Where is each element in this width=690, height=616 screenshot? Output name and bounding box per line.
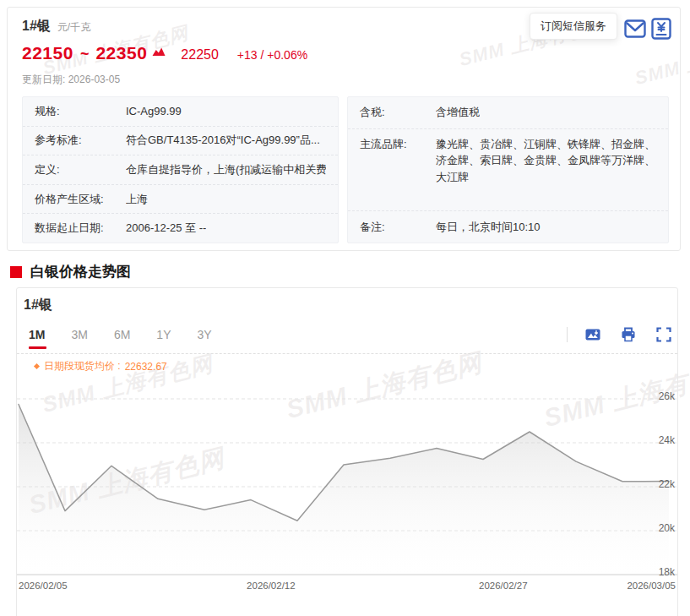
info-value: 豫光牌、贵冶牌、江铜牌、铁锋牌、招金牌、济金牌、索日牌、金贵牌、金凤牌等万洋牌、… xyxy=(436,136,656,186)
info-row: 备注:每日，北京时间10:10 xyxy=(348,211,668,243)
tab-1m[interactable]: 1M xyxy=(29,328,45,349)
info-value: 含增值税 xyxy=(436,105,480,120)
y-axis-label: 22k xyxy=(659,478,676,490)
y-axis-label: 26k xyxy=(659,390,676,402)
legend-value: 22632.67 xyxy=(125,361,167,373)
chart-product-title: 1#银 xyxy=(24,297,52,314)
tab-3m[interactable]: 3M xyxy=(71,328,87,349)
price-line-chart[interactable]: 26k24k22k20k18k xyxy=(17,375,677,578)
price-bill-icon[interactable] xyxy=(650,18,672,40)
price-separator: ~ xyxy=(80,46,90,63)
x-axis-label: 2026/03/05 xyxy=(627,581,676,591)
price-row: 22150 ~ 22350 22250 +13 / +0.06% xyxy=(22,43,680,65)
section-title-row: 白银价格走势图 xyxy=(10,262,131,281)
spec-info-table: 规格:IC-Ag99.99参考标准:符合GB/T4135-2016对“IC-Ag… xyxy=(22,96,339,243)
info-label: 价格产生区域: xyxy=(35,192,126,207)
x-axis-label: 2026/02/27 xyxy=(479,581,528,591)
mail-subscribe-icon[interactable] xyxy=(624,18,646,40)
info-label: 定义: xyxy=(35,162,126,177)
section-bullet-icon xyxy=(10,266,22,278)
price-average: 22250 xyxy=(181,47,219,63)
price-change: +13 / +0.06% xyxy=(237,48,307,62)
x-axis-label: 2026/02/05 xyxy=(19,581,68,591)
info-row: 主流品牌:豫光牌、贵冶牌、江铜牌、铁锋牌、招金牌、济金牌、索日牌、金贵牌、金凤牌… xyxy=(348,129,668,211)
chart-toolbar xyxy=(567,327,671,342)
info-row: 参考标准:符合GB/T4135-2016对“IC-Ag99.99”品... xyxy=(23,127,338,156)
info-value: 符合GB/T4135-2016对“IC-Ag99.99”品... xyxy=(126,133,320,148)
legend-label: 日期段现货均价 : xyxy=(44,359,121,373)
update-date-row: 更新日期: 2026-03-05 xyxy=(22,73,680,87)
price-trend-chart-card: 1#银 1M3M6M1Y3Y 日期段现货均价 : 22632.67 2 xyxy=(16,287,678,616)
subscribe-sms-button[interactable]: 订阅短信服务 xyxy=(530,13,617,40)
price-high: 22350 xyxy=(95,43,147,63)
tab-6m[interactable]: 6M xyxy=(114,328,130,349)
price-low: 22150 xyxy=(22,43,73,63)
range-tabs-row: 1M3M6M1Y3Y xyxy=(17,324,677,354)
toolbar-divider xyxy=(567,327,568,342)
update-label: 更新日期: xyxy=(22,74,65,85)
x-axis-labels: 2026/02/052026/02/122026/02/272026/03/05 xyxy=(17,581,677,594)
info-label: 数据起止日期: xyxy=(35,221,126,236)
info-value: 2006-12-25 至 -- xyxy=(126,221,206,236)
info-label: 参考标准: xyxy=(35,133,126,148)
info-row: 价格产生区域:上海 xyxy=(23,185,338,215)
tab-3y[interactable]: 3Y xyxy=(197,328,211,349)
y-axis-label: 20k xyxy=(659,522,676,534)
info-row: 含税:含增值税 xyxy=(348,97,668,129)
info-value: 每日，北京时间10:10 xyxy=(436,220,541,235)
product-unit: 元/千克 xyxy=(57,20,90,35)
info-row: 数据起止日期:2006-12-25 至 -- xyxy=(23,214,338,243)
x-axis-label: 2026/02/12 xyxy=(247,581,296,591)
save-image-icon[interactable] xyxy=(585,327,600,342)
info-label: 备注: xyxy=(360,220,436,235)
info-label: 规格: xyxy=(35,104,126,119)
tax-brand-info-table: 含税:含增值税主流品牌:豫光牌、贵冶牌、江铜牌、铁锋牌、招金牌、济金牌、索日牌、… xyxy=(347,96,669,243)
info-value: IC-Ag99.99 xyxy=(126,105,182,117)
product-name: 1#银 xyxy=(22,18,51,35)
section-title: 白银价格走势图 xyxy=(30,262,131,281)
y-axis-label: 24k xyxy=(659,434,676,446)
info-value: 上海 xyxy=(126,192,148,207)
y-axis-label: 18k xyxy=(659,566,676,578)
info-label: 含税: xyxy=(360,105,436,120)
update-date: 2026-03-05 xyxy=(68,74,120,85)
info-row: 定义:仓库自提指导价，上海(扣减运输中相关费用... xyxy=(23,155,338,185)
legend-marker-icon xyxy=(34,363,40,369)
chart-legend[interactable]: 日期段现货均价 : 22632.67 xyxy=(35,359,167,373)
tab-1y[interactable]: 1Y xyxy=(156,328,171,349)
page: { "header": { "product_name": "1#银", "un… xyxy=(0,0,690,616)
info-grid: 规格:IC-Ag99.99参考标准:符合GB/T4135-2016对“IC-Ag… xyxy=(22,96,669,243)
price-summary-card: 1#银 元/千克 22150 ~ 22350 22250 +13 / +0.06… xyxy=(7,7,681,251)
range-tabs: 1M3M6M1Y3Y xyxy=(29,328,238,349)
info-value: 仓库自提指导价，上海(扣减运输中相关费用... xyxy=(126,162,326,177)
info-label: 主流品牌: xyxy=(360,136,436,153)
print-icon[interactable] xyxy=(621,327,636,342)
info-row: 规格:IC-Ag99.99 xyxy=(23,97,338,127)
trend-up-icon xyxy=(152,47,166,57)
fullscreen-icon[interactable] xyxy=(656,327,671,342)
